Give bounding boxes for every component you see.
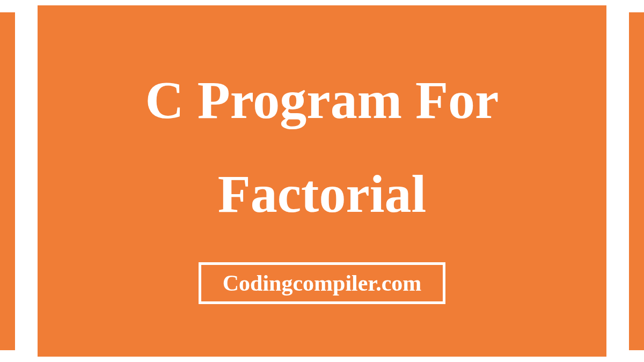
domain-text: Codingcompiler.com <box>223 270 422 296</box>
page-title: C Program For Factorial <box>145 53 499 241</box>
left-accent-bar <box>0 12 15 350</box>
right-accent-bar <box>629 12 644 350</box>
title-line-2: Factorial <box>218 164 427 224</box>
domain-box: Codingcompiler.com <box>199 262 446 304</box>
title-line-1: C Program For <box>145 70 499 130</box>
main-content-box: C Program For Factorial Codingcompiler.c… <box>38 5 606 357</box>
